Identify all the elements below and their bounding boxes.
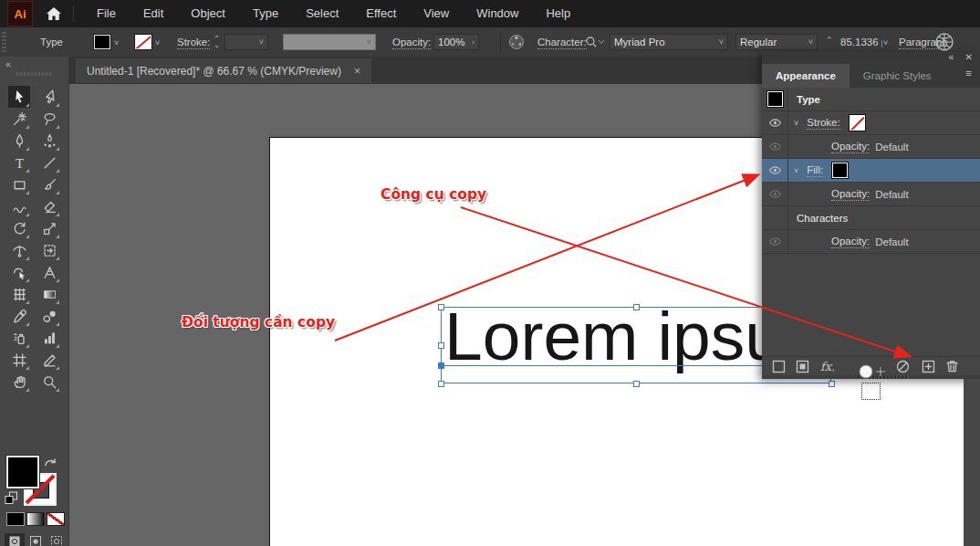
- recolor-artwork-icon[interactable]: [508, 34, 525, 52]
- panel-close-icon[interactable]: ✕: [965, 52, 973, 62]
- appearance-row-opacity[interactable]: Opacity:Default: [762, 135, 980, 159]
- tab-close-icon[interactable]: ×: [354, 65, 360, 78]
- visibility-eye-icon[interactable]: [762, 111, 788, 134]
- touch-workspace-icon[interactable]: [934, 32, 954, 54]
- symbol-sprayer-tool[interactable]: [8, 327, 30, 349]
- appearance-row-fill[interactable]: ˅Fill:: [762, 159, 980, 183]
- menu-item-edit[interactable]: Edit: [130, 0, 177, 27]
- artboard-tool[interactable]: [8, 349, 30, 371]
- menu-item-file[interactable]: File: [83, 0, 130, 27]
- illustrator-logo-icon[interactable]: Ai: [7, 1, 33, 26]
- delete-selected-item-icon[interactable]: [944, 359, 960, 374]
- font-size-value[interactable]: 85.1336 pt: [840, 37, 882, 47]
- tools-collapse-icon[interactable]: «: [5, 58, 10, 69]
- visibility-eye-icon[interactable]: [762, 230, 788, 253]
- panel-tab-appearance[interactable]: Appearance: [762, 64, 850, 88]
- selection-handle[interactable]: [633, 381, 640, 387]
- direct-selection-tool[interactable]: [38, 86, 60, 108]
- lasso-tool[interactable]: [38, 108, 60, 130]
- slice-tool[interactable]: [38, 349, 60, 371]
- column-graph-tool[interactable]: [38, 327, 60, 349]
- selection-tool[interactable]: [8, 86, 30, 108]
- stroke-chevron-icon[interactable]: ˅: [155, 38, 160, 47]
- appearance-row-characters[interactable]: Characters: [762, 206, 980, 230]
- opacity-label[interactable]: Opacity:: [392, 37, 431, 47]
- fill-chevron-icon[interactable]: ˅: [114, 38, 119, 47]
- draw-inside-button[interactable]: [47, 533, 67, 546]
- add-new-effect-icon[interactable]: fx.: [818, 359, 834, 374]
- appearance-row-opacity[interactable]: Opacity:Default: [762, 230, 980, 254]
- draw-behind-button[interactable]: [26, 533, 46, 546]
- row-label[interactable]: Opacity:: [831, 236, 870, 248]
- brush-definition-field[interactable]: ˅: [283, 34, 376, 50]
- tools-grip[interactable]: [16, 72, 53, 76]
- menu-item-select[interactable]: Select: [292, 0, 352, 27]
- eyedropper-tool[interactable]: [8, 305, 30, 327]
- scale-tool[interactable]: [38, 217, 60, 239]
- panel-tab-graphic-styles[interactable]: Graphic Styles: [850, 64, 945, 88]
- duplicate-selected-item-icon[interactable]: [921, 359, 936, 374]
- stroke-weight-field[interactable]: ˅: [224, 34, 268, 50]
- row-swatch[interactable]: [832, 163, 848, 178]
- mesh-tool[interactable]: [8, 283, 30, 305]
- paintbrush-tool[interactable]: [38, 173, 60, 195]
- menu-item-effect[interactable]: Effect: [352, 0, 410, 27]
- selection-handle[interactable]: [438, 381, 444, 387]
- row-label[interactable]: Stroke:: [807, 117, 839, 130]
- selection-handle[interactable]: [438, 342, 444, 349]
- row-expand-chevron-icon[interactable]: ˅: [794, 166, 798, 175]
- font-size-stepper[interactable]: ⌃: [826, 36, 833, 45]
- free-transform-tool[interactable]: [38, 239, 60, 261]
- gradient-tool[interactable]: [38, 283, 60, 305]
- opacity-field[interactable]: 100%›: [433, 34, 479, 50]
- visibility-eye-icon[interactable]: [762, 159, 788, 182]
- line-segment-tool[interactable]: [38, 152, 60, 173]
- shaper-tool[interactable]: [8, 195, 30, 217]
- appearance-row-stroke[interactable]: ˅Stroke:: [762, 111, 980, 135]
- gradient-button[interactable]: [26, 512, 45, 526]
- zoom-tool[interactable]: [38, 371, 60, 393]
- stroke-weight-stepper[interactable]: ⌃⌄: [211, 34, 223, 50]
- add-new-stroke-icon[interactable]: [771, 359, 787, 374]
- eraser-tool[interactable]: [38, 195, 60, 217]
- appearance-row-opacity[interactable]: Opacity:Default: [762, 183, 980, 206]
- selection-handle[interactable]: [633, 304, 640, 310]
- default-fill-stroke-icon[interactable]: [5, 491, 18, 509]
- panel-resize-grip[interactable]: [762, 375, 980, 379]
- panel-menu-icon[interactable]: ≡: [965, 68, 972, 79]
- row-expand-chevron-icon[interactable]: ˅: [794, 119, 798, 128]
- row-swatch[interactable]: [850, 115, 865, 131]
- hand-tool[interactable]: [8, 371, 30, 393]
- color-button[interactable]: [6, 512, 25, 526]
- clear-appearance-icon[interactable]: [895, 359, 911, 374]
- document-tab[interactable]: Untitled-1 [Recovered]* @ 66.67 % (CMYK/…: [76, 58, 371, 83]
- visibility-eye-icon[interactable]: [762, 183, 788, 205]
- menu-item-window[interactable]: Window: [463, 0, 532, 27]
- blend-tool[interactable]: [38, 305, 60, 327]
- magic-wand-tool[interactable]: [8, 108, 30, 130]
- appearance-row-type[interactable]: Type: [762, 88, 980, 111]
- home-icon[interactable]: [46, 6, 62, 21]
- stroke-color-swatch[interactable]: [135, 35, 151, 49]
- visibility-eye-icon[interactable]: [762, 135, 788, 158]
- menu-item-type[interactable]: Type: [239, 0, 292, 27]
- font-style-field[interactable]: Regular˅: [735, 34, 818, 50]
- menu-item-object[interactable]: Object: [177, 0, 239, 27]
- stroke-weight-label[interactable]: Stroke:: [177, 37, 210, 47]
- add-new-fill-icon[interactable]: [795, 359, 810, 374]
- rotate-tool[interactable]: [8, 217, 30, 239]
- character-label[interactable]: Character:: [537, 37, 587, 47]
- draw-normal-button[interactable]: [5, 533, 25, 546]
- selection-handle[interactable]: [829, 381, 835, 387]
- fill-proxy-swatch[interactable]: [6, 456, 39, 488]
- perspective-grid-tool[interactable]: [38, 261, 60, 283]
- font-search-icon[interactable]: [585, 36, 605, 50]
- fill-color-swatch[interactable]: [94, 35, 110, 49]
- font-family-field[interactable]: Myriad Pro˅: [610, 34, 728, 50]
- row-label[interactable]: Fill:: [807, 164, 823, 177]
- menu-item-view[interactable]: View: [410, 0, 463, 27]
- rectangle-tool[interactable]: [8, 173, 30, 195]
- row-label[interactable]: Opacity:: [831, 188, 870, 201]
- width-tool[interactable]: [8, 239, 30, 261]
- row-label[interactable]: Opacity:: [831, 141, 870, 153]
